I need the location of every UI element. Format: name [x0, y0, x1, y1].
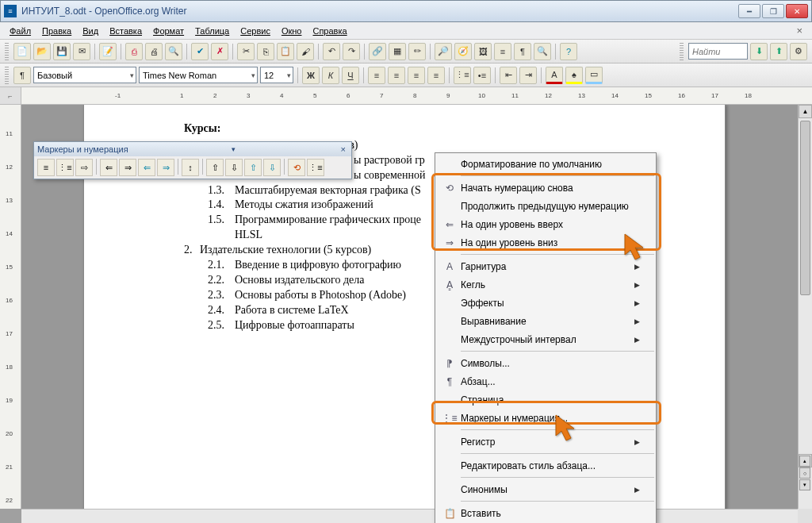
numbering-button[interactable]: ⋮≡: [454, 67, 471, 84]
font-color-button[interactable]: A: [546, 67, 563, 84]
preview-button[interactable]: 🔍: [165, 43, 182, 60]
spellcheck-button[interactable]: ✔: [191, 43, 209, 60]
styles-button[interactable]: ¶: [13, 67, 31, 84]
redo-button[interactable]: ↷: [343, 43, 360, 60]
context-menu-item[interactable]: Форматирование по умолчанию: [435, 155, 656, 173]
highlight-button[interactable]: ♠: [565, 67, 583, 84]
find-options-button[interactable]: ⚙: [790, 43, 807, 60]
context-menu-item[interactable]: Редактировать стиль абзаца...: [435, 456, 656, 475]
save-button[interactable]: 💾: [53, 43, 71, 60]
vertical-scrollbar[interactable]: ▲ ▼ ▴ ○ ▾: [798, 105, 812, 509]
export-pdf-button[interactable]: ⎙: [125, 43, 143, 60]
decrease-indent-button[interactable]: ⇤: [500, 67, 517, 84]
find-next-button[interactable]: ⬇: [750, 43, 768, 60]
toolbar-handle[interactable]: [5, 43, 9, 60]
bullets-dialog-button[interactable]: ⋮≡: [307, 159, 324, 176]
paste-button[interactable]: 📋: [277, 43, 294, 60]
list-on-button[interactable]: ⋮≡: [56, 159, 74, 176]
bullets-numbering-toolbar[interactable]: Маркеры и нумерация ▾ × ≡ ⋮≡ ⇨ ⇐ ⇒ ⇐ ⇒ ↕…: [33, 141, 352, 179]
float-toolbar-pin[interactable]: ▾: [230, 145, 237, 153]
move-up-button[interactable]: ⇧: [206, 159, 224, 176]
copy-button[interactable]: ⎘: [257, 43, 274, 60]
cut-button[interactable]: ✂: [237, 43, 255, 60]
hyperlink-button[interactable]: 🔗: [369, 43, 386, 60]
menu-insert[interactable]: Вставка: [105, 25, 147, 37]
navigator-button[interactable]: 🧭: [454, 43, 472, 60]
move-down-button[interactable]: ⇩: [225, 159, 243, 176]
paragraph-style-dropdown[interactable]: Базовый: [33, 67, 136, 83]
context-menu-item[interactable]: ⇐На один уровень вверх: [435, 215, 656, 233]
scroll-thumb[interactable]: [800, 121, 810, 295]
context-menu-item[interactable]: Страница...: [435, 390, 656, 409]
format-paint-button[interactable]: 🖌: [297, 43, 314, 60]
gallery-button[interactable]: 🖼: [474, 43, 492, 60]
help-button[interactable]: ?: [560, 43, 577, 60]
next-page-button[interactable]: ▾: [799, 479, 810, 490]
bullets-button[interactable]: •≡: [473, 67, 491, 84]
print-button[interactable]: 🖨: [145, 43, 163, 60]
vertical-ruler[interactable]: 11 12 13 14 15 16 17 18 19 20 21 22: [0, 105, 21, 509]
undo-button[interactable]: ↶: [323, 43, 340, 60]
find-input[interactable]: [688, 43, 748, 60]
menu-window[interactable]: Окно: [277, 25, 307, 37]
toolbar-handle[interactable]: [5, 67, 9, 84]
align-justify-button[interactable]: ≡: [427, 67, 445, 84]
menu-tools[interactable]: Сервис: [236, 25, 275, 37]
italic-button[interactable]: К: [322, 67, 339, 84]
demote-sub-button[interactable]: ⇐: [138, 159, 155, 176]
bg-color-button[interactable]: ▭: [585, 67, 603, 84]
align-left-button[interactable]: ≡: [368, 67, 385, 84]
zoom-button[interactable]: 🔍: [534, 43, 551, 60]
context-menu-item[interactable]: Синонимы▶: [435, 480, 656, 498]
float-toolbar-titlebar[interactable]: Маркеры и нумерация ▾ ×: [34, 142, 351, 156]
close-window-button[interactable]: ✕: [786, 4, 808, 18]
context-menu-item[interactable]: ⋮≡Маркеры и нумерация...: [435, 409, 656, 427]
menu-help[interactable]: Справка: [308, 25, 351, 37]
align-center-button[interactable]: ≡: [388, 67, 405, 84]
menu-table[interactable]: Таблица: [190, 25, 234, 37]
open-button[interactable]: 📂: [33, 43, 51, 60]
menu-file[interactable]: Файл: [5, 25, 36, 37]
menu-view[interactable]: Вид: [78, 25, 103, 37]
menu-edit[interactable]: Правка: [37, 25, 76, 37]
horizontal-scrollbar[interactable]: [21, 509, 798, 523]
move-down-sub-button[interactable]: ⇩: [263, 159, 281, 176]
increase-indent-button[interactable]: ⇥: [519, 67, 537, 84]
underline-button[interactable]: Ч: [342, 67, 359, 84]
context-menu-item[interactable]: ⁋Символы...: [435, 354, 656, 372]
demote-one-button[interactable]: ⇐: [100, 159, 117, 176]
context-menu-item[interactable]: ⇒На один уровень вниз: [435, 233, 656, 252]
promote-sub-button[interactable]: ⇒: [157, 159, 174, 176]
edit-file-button[interactable]: 📝: [99, 43, 117, 60]
align-right-button[interactable]: ≡: [408, 67, 425, 84]
restore-button[interactable]: ❐: [762, 4, 784, 18]
list-off-button[interactable]: ≡: [37, 159, 55, 176]
context-menu-item[interactable]: AГарнитура▶: [435, 257, 656, 275]
email-button[interactable]: ✉: [73, 43, 90, 60]
prev-page-button[interactable]: ▴: [799, 456, 810, 467]
context-menu-item[interactable]: ¶Абзац...: [435, 372, 656, 390]
autospell-button[interactable]: ✗: [211, 43, 228, 60]
context-menu-item[interactable]: Выравнивание▶: [435, 312, 656, 330]
insert-unnumbered-button[interactable]: ↕: [182, 159, 199, 176]
context-menu-item[interactable]: Продолжить предыдущую нумерацию: [435, 197, 656, 215]
find-prev-button[interactable]: ⬆: [770, 43, 787, 60]
find-replace-button[interactable]: 🔎: [435, 43, 452, 60]
table-button[interactable]: ▦: [389, 43, 406, 60]
font-size-dropdown[interactable]: 12: [260, 67, 293, 83]
toolbar-handle[interactable]: [680, 43, 684, 60]
show-draw-button[interactable]: ✏: [408, 43, 426, 60]
datasources-button[interactable]: ≡: [494, 43, 511, 60]
restart-numbering-button[interactable]: ⟲: [288, 159, 305, 176]
demote-button[interactable]: ⇨: [75, 159, 93, 176]
move-up-sub-button[interactable]: ⇧: [244, 159, 262, 176]
close-document-button[interactable]: ×: [791, 25, 807, 37]
horizontal-ruler[interactable]: -1 1 2 3 4 5 6 7 8 9 10 11 12 13 14 15 1…: [21, 87, 812, 104]
context-menu-item[interactable]: A͇Кегль▶: [435, 275, 656, 294]
context-menu-item[interactable]: ⟲Начать нумерацию снова: [435, 179, 656, 197]
context-menu-item[interactable]: 📋Вставить: [435, 504, 656, 522]
float-toolbar-close[interactable]: ×: [339, 144, 348, 154]
menu-format[interactable]: Формат: [148, 25, 189, 37]
context-menu-item[interactable]: Регистр▶: [435, 433, 656, 451]
context-menu-item[interactable]: Эффекты▶: [435, 294, 656, 312]
